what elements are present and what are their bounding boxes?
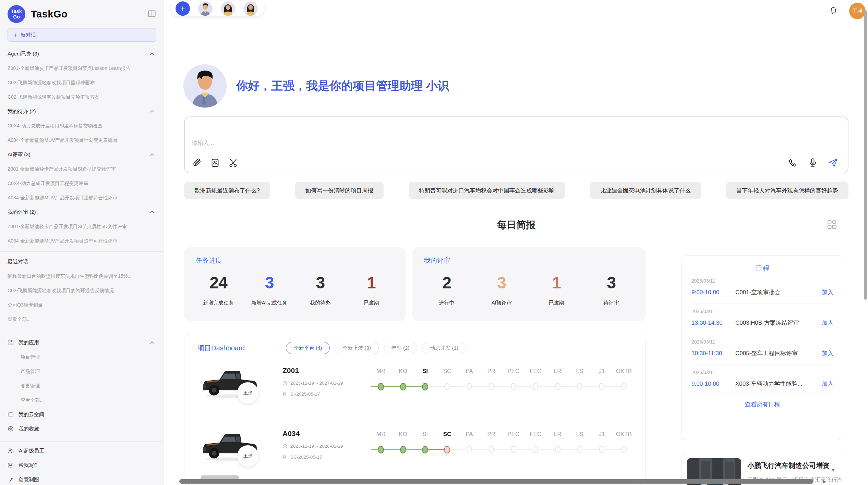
suggestion-chip[interactable]: 如何写一份清晰的项目周报 [295,182,384,199]
app-item-project-mgmt[interactable]: 项目管理 [8,350,156,364]
sidebar-task-item[interactable]: A034-全新新能源MUV产品开发项目造型可行性评审 [8,234,156,248]
daily-briefing-title: 每日简报 [184,219,848,232]
user-name: 王强 [852,8,863,14]
milestone-dot-pending [621,383,627,390]
sidebar-task-item[interactable]: Z001-全新燃油皮卡产品开发项目SI节点Lesson Learn报告 [8,61,156,75]
stat-label: 待评审 [604,300,619,306]
milestone-label: OKTB [616,368,632,383]
milestone-dot-pending [599,383,604,390]
sidebar-item-favorites[interactable]: 我的收藏 [8,422,156,436]
recent-chats-view-all[interactable]: 查看全部... [8,312,156,326]
tab-new-bodywork[interactable]: 全新上装 (3) [335,342,379,354]
section-header-ai-review[interactable]: AI评审 (3) [8,147,156,162]
project-row-z001[interactable]: 王强 Z001 2023-12-19 ~ 2027-01-19 SI-2025-… [195,365,635,417]
sidebar-task-item[interactable]: C02-飞腾新能源轻客改款项目里程碑画布 [8,75,156,90]
sidebar-item-help-write[interactable]: 帮我写作 [8,458,156,472]
scroll-down-arrow[interactable]: ▼ [831,468,835,472]
stat-new-ai-completed: 3 新增AI完成任务 [250,273,289,306]
logo-text-bottom: Go [13,14,20,20]
chat-toolbar [192,158,838,168]
app-logo: Task Go [8,5,25,23]
project-row-a034[interactable]: 王强 A034 2023-12-19 ~ 2026-01-19 SC-2025-… [195,428,635,480]
schedule-item: 2025/03/11 9:00-10:00 C001-立项审批会 加入 [691,273,833,303]
milestone-label: LS [576,431,583,446]
stat-label: 进行中 [439,300,455,306]
horizontal-scrollbar[interactable] [179,479,813,484]
project-image: 王强 [201,365,272,400]
chevron-up-icon[interactable] [150,52,154,55]
scissors-icon[interactable] [229,158,238,167]
chevron-up-icon[interactable] [150,211,154,213]
section-title: 我的待办 (2) [8,104,36,119]
join-meeting-link[interactable]: 加入 [822,319,833,327]
view-all-schedule-link[interactable]: 查看所有日程 [691,400,833,408]
stat-label: 新增完成任务 [203,300,234,306]
milestone-dot-pending [511,446,516,453]
attachment-icon[interactable] [192,158,202,167]
chevron-up-icon[interactable] [150,341,154,344]
milestone-label: MR [376,431,385,446]
tab-powertrain[interactable]: 动总开发 (1) [422,342,466,354]
voice-call-icon[interactable] [788,158,798,167]
sidebar-item-ai-staff[interactable]: AI超级员工 [8,444,156,458]
chat-input-card [184,116,848,173]
microphone-icon[interactable] [808,158,818,167]
agent-avatar[interactable] [221,1,235,16]
stat-label: 新增AI完成任务 [252,300,287,306]
sidebar-task-item[interactable]: A034-全新新能源MUV产品开发项目计划变更表编写 [8,133,156,147]
agent-avatar[interactable] [243,1,258,16]
join-meeting-link[interactable]: 加入 [822,288,833,296]
new-chat-button[interactable]: + 新对话 [8,28,156,42]
app-item-change-mgmt[interactable]: 变更管理 [8,378,156,393]
add-agent-button[interactable]: + [176,1,190,16]
section-header-my-review[interactable]: 我的评审 (2) [8,205,156,219]
section-header-my-todo[interactable]: 我的待办 (2) [8,104,156,119]
suggestion-chip[interactable]: 特朗普可能对进口汽车增税会对中国车企造成哪些影响 [409,182,565,199]
schedule-event-name: X003-车辆动力学性能验... [735,380,822,388]
sidebar-task-item[interactable]: Z001-全新燃油轻卡产品开发项目SI造型提交物评审 [8,162,156,176]
image-upload-icon[interactable] [210,158,220,167]
milestone-label: FEC [530,368,541,383]
recent-chat-item[interactable]: C02-飞腾新能源轻客改款项目的闭环通告反馈情况 [8,283,156,298]
agent-avatar[interactable] [198,1,213,16]
join-meeting-link[interactable]: 加入 [822,380,833,388]
sidebar-item-my-apps[interactable]: 我的应用 [8,335,156,350]
tab-model-year[interactable]: 年型 (2) [384,342,418,354]
sidebar-task-item[interactable]: C0X4-动力总成开发项目工程变更评审 [8,176,156,190]
chevron-up-icon[interactable] [150,153,154,156]
recent-chat-item[interactable]: 公司Q3轻卡销量 [8,298,156,312]
chat-input[interactable] [185,117,848,153]
sidebar-task-item[interactable]: Z001-全新燃油轻卡产品开发项目SI节点属性5D文件评审 [8,219,156,234]
app-item-product-mgmt[interactable]: 产品管理 [8,364,156,378]
chevron-up-icon[interactable] [150,110,154,113]
recent-chat-item[interactable]: 解释最新出台的欧盟报废车法规再生塑料比例被调至15%... [8,269,156,283]
milestone-label: J1 [599,431,605,446]
send-icon[interactable] [828,158,838,168]
sidebar-task-item[interactable]: C0X4-动力总成开发项目SI里程碑提交物检查 [8,119,156,133]
vertical-scrollbar[interactable] [864,10,867,300]
notification-bell-icon[interactable] [829,6,838,15]
sidebar: Task Go TaskGo + 新对话 Agent已办 (3) Z001-全新… [0,0,164,485]
sidebar-task-item[interactable]: A034-全新新能源MUV产品开发项目法规符合性评审 [8,190,156,205]
user-avatar[interactable]: 王强 [849,3,866,19]
divider [0,330,163,330]
milestone-dot-pending [467,446,472,453]
schedule-item: 2025/03/11 13:00-14:30 C003|H0B-方案冻结评审 加… [691,303,833,334]
assistant-greeting: 你好，王强，我是你的项目管理助理 小识 [183,64,449,108]
section-header-agent-done[interactable]: Agent已办 (3) [8,47,156,61]
suggestion-chip[interactable]: 比亚迪全固态电池计划具体说了什么 [590,182,701,199]
join-meeting-link[interactable]: 加入 [822,349,833,357]
apps-view-all[interactable]: 查看全部... [8,393,156,407]
sidebar-task-item[interactable]: C02-飞腾新能源轻客改款项目立项汇报方案 [8,90,156,104]
creative-draw-label: 创意制图 [19,472,156,485]
suggestion-chip[interactable]: 当下年轻人对汽车外观有怎样的喜好趋势 [726,182,848,199]
milestone-label: LR [554,431,562,446]
plus-icon: + [13,32,17,38]
sidebar-item-creative-draw[interactable]: 创意制图 [8,472,156,485]
scroll-right-arrow[interactable]: ▶ [823,479,826,484]
layout-grid-icon[interactable] [827,219,837,229]
sidebar-collapse-icon[interactable] [147,9,156,18]
suggestion-chip[interactable]: 欧洲新规最近颁布了什么? [184,182,270,199]
sidebar-item-cloud-space[interactable]: 我的云空间 [8,407,156,422]
tab-new-platform[interactable]: 全新平台 (4) [286,342,330,354]
